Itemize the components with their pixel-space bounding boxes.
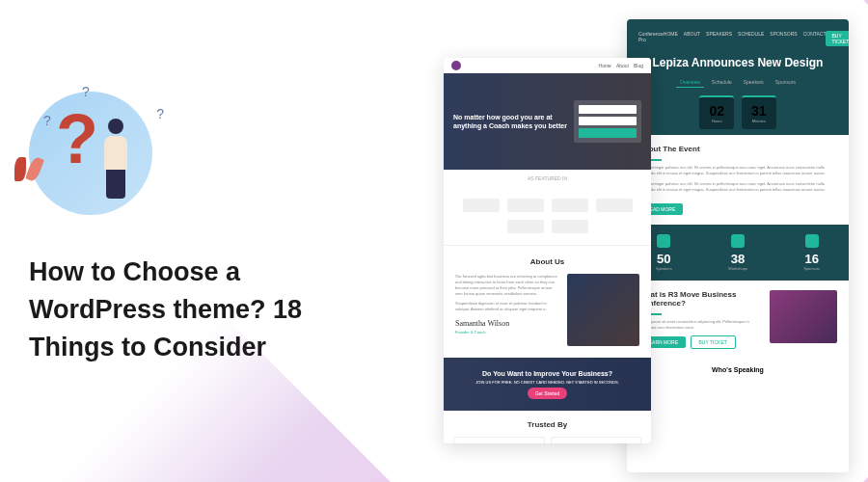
submit-button[interactable] xyxy=(579,128,637,138)
nav-link[interactable]: SPEAKERS xyxy=(706,31,732,46)
section-title: Trusted By xyxy=(453,420,641,429)
partner-logo xyxy=(552,199,588,212)
logo-icon xyxy=(451,61,461,70)
nav-link[interactable]: HOME xyxy=(664,31,678,46)
sponsor-icon xyxy=(805,234,819,248)
section-title: What is R3 Move Business Conference? xyxy=(638,290,762,308)
email-input[interactable] xyxy=(579,117,637,125)
partner-logo xyxy=(596,199,633,212)
signature-role: Founder & Coach xyxy=(455,330,559,335)
body-text: Our focused agile-first business are ret… xyxy=(455,274,559,297)
speaker-icon xyxy=(657,234,670,248)
get-started-button[interactable]: Get Started xyxy=(528,388,568,399)
stats-bar: 50Speakers 38Workshops 16Sponsors xyxy=(627,225,849,281)
partner-logo xyxy=(507,199,544,212)
countdown-minutes: 31 xyxy=(751,103,767,119)
hero-title: Lepiza Announces New Design xyxy=(638,56,837,69)
conference-photo xyxy=(770,290,837,343)
article-headline: How to Choose a WordPress theme? 18 Thin… xyxy=(29,254,376,366)
testimonial-card: ROBERT CARTER My experience has been ter… xyxy=(551,437,642,443)
plant-decoration-icon xyxy=(14,157,53,205)
cta-title: Do You Want to Improve Your Business? xyxy=(482,370,612,377)
brand-label: Conference Pro xyxy=(638,31,664,46)
nav-link[interactable]: SCHEDULE xyxy=(738,31,764,46)
section-title: About Us xyxy=(455,257,639,266)
signup-form xyxy=(574,100,641,143)
section-title: Who's Speaking xyxy=(627,359,849,381)
partner-logos xyxy=(444,187,651,246)
nav-link[interactable]: ABOUT xyxy=(684,31,700,46)
countdown-timer: 02Hours 31Minutes xyxy=(638,95,837,129)
hero-tab[interactable]: Overview xyxy=(676,77,704,88)
hero-tab[interactable]: Schedule xyxy=(708,77,736,88)
nav-link[interactable]: SPONSORS xyxy=(770,31,797,46)
partner-logo xyxy=(552,220,588,233)
buy-ticket-button[interactable]: BUY TICKET xyxy=(691,335,736,349)
hero-tab[interactable]: Sponsors xyxy=(772,77,800,88)
theme-preview-coach: Home About Blog No matter how good you a… xyxy=(444,58,651,443)
workshop-icon xyxy=(731,234,745,248)
question-dot-icon: ? xyxy=(43,113,51,128)
question-mark-icon: ? xyxy=(56,99,98,178)
countdown-hours: 02 xyxy=(709,103,724,119)
thinking-person-icon xyxy=(96,119,135,196)
founder-photo xyxy=(567,274,639,346)
question-illustration: ? ? ? ? xyxy=(29,92,152,215)
partner-logo xyxy=(463,199,500,212)
nav-link[interactable]: Home xyxy=(599,63,611,68)
body-text: Lorem ipsum sit amet consectetur adipisc… xyxy=(638,319,762,332)
body-text: Phasellenteger pulvinar orci elit. Sit v… xyxy=(638,165,837,194)
buy-ticket-button[interactable]: BUY TICKET xyxy=(826,31,849,46)
hero-headline: No matter how good you are at anything a… xyxy=(453,113,574,130)
cta-subtitle: JOIN US FOR FREE. NO CREDIT CARD NEEDED.… xyxy=(475,380,618,385)
featured-label: AS FEATURED IN xyxy=(444,170,651,187)
nav-link[interactable]: Blog xyxy=(634,63,643,68)
nav-link[interactable]: CONTACT xyxy=(803,31,827,46)
name-input[interactable] xyxy=(579,105,637,114)
question-dot-icon: ? xyxy=(82,84,90,99)
signature: Samantha Wilson xyxy=(455,318,559,330)
section-title: About The Event xyxy=(638,145,837,153)
hero-tab[interactable]: Speakers xyxy=(740,77,768,88)
partner-logo xyxy=(507,220,544,233)
nav-link[interactable]: About xyxy=(616,63,629,68)
theme-preview-stack: Conference Pro HOME ABOUT SPEAKERS SCHED… xyxy=(444,19,849,463)
question-dot-icon: ? xyxy=(156,106,164,121)
body-text: Suspendisse dignissim at nunc et pulvina… xyxy=(455,301,559,312)
testimonial-card: VANESSA WATSON Excellent guidance on my … xyxy=(453,437,545,443)
theme-preview-conference: Conference Pro HOME ABOUT SPEAKERS SCHED… xyxy=(627,19,849,472)
